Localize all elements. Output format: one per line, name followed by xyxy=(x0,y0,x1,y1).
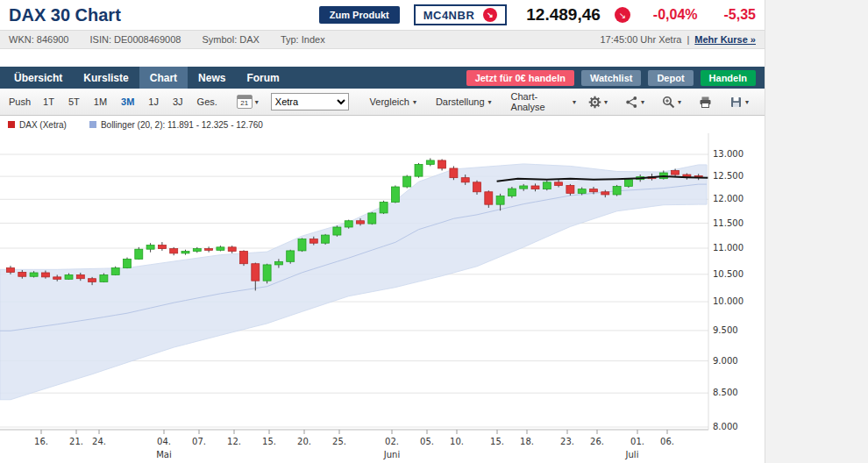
svg-text:15.: 15. xyxy=(262,437,276,446)
chevron-down-icon: ▾ xyxy=(255,98,259,106)
svg-text:10.: 10. xyxy=(450,437,464,446)
calendar-button[interactable]: 21 ▾ xyxy=(237,95,259,109)
trade-arrow-icon: ↘ xyxy=(483,8,497,22)
svg-text:13.000: 13.000 xyxy=(713,149,743,159)
svg-text:16.: 16. xyxy=(34,437,48,446)
info-bar: WKN: 846900 ISIN: DE0008469008 Symbol: D… xyxy=(0,30,765,49)
menu-darstellung[interactable]: Darstellung▾ xyxy=(436,91,492,112)
chevron-down-icon: ▾ xyxy=(573,98,576,106)
svg-text:25.: 25. xyxy=(332,437,346,446)
indicators-icon[interactable]: ▾ xyxy=(625,96,644,109)
period-3j[interactable]: 3J xyxy=(173,96,183,107)
svg-text:23.: 23. xyxy=(560,437,574,446)
svg-text:9.000: 9.000 xyxy=(713,356,738,366)
tab-kursliste[interactable]: Kursliste xyxy=(73,67,139,89)
handeln-button[interactable]: Handeln xyxy=(701,70,756,86)
svg-text:Mai: Mai xyxy=(156,450,172,459)
svg-text:21.: 21. xyxy=(69,437,83,446)
svg-text:8.000: 8.000 xyxy=(713,422,738,431)
exchange-select[interactable]: Xetra xyxy=(271,93,349,110)
page-title: DAX 30 Chart xyxy=(9,5,121,25)
chevron-down-icon: ▾ xyxy=(413,98,416,106)
wkn-label: WKN: 846900 xyxy=(9,34,68,45)
svg-text:9.500: 9.500 xyxy=(713,325,738,335)
period-5t[interactable]: 5T xyxy=(68,96,80,107)
svg-text:Juni: Juni xyxy=(383,450,400,459)
gear-icon[interactable]: ▾ xyxy=(588,96,608,109)
save-icon[interactable]: ▾ xyxy=(729,96,749,109)
svg-text:24.: 24. xyxy=(92,437,106,446)
legend-bollinger: Bollinger (20, 2): 11.891 - 12.325 - 12.… xyxy=(89,120,263,130)
svg-text:12.000: 12.000 xyxy=(713,194,743,203)
mehr-kurse-link[interactable]: Mehr Kurse » xyxy=(694,34,756,45)
page: DAX 30 Chart Zum Produkt MC4NBR ↘ 12.489… xyxy=(0,0,765,463)
typ-label: Typ: Index xyxy=(281,34,325,45)
svg-text:06.: 06. xyxy=(660,437,674,446)
svg-text:11.000: 11.000 xyxy=(713,243,743,253)
period-1j[interactable]: 1J xyxy=(148,96,159,107)
svg-text:01.: 01. xyxy=(630,437,644,446)
period-ges[interactable]: Ges. xyxy=(197,96,217,107)
chart-toolbar: Push 1T5T1M3M1J3JGes. 21 ▾ Xetra Verglei… xyxy=(0,89,765,116)
header-quote-area: Zum Produkt MC4NBR ↘ 12.489,46 ↘ -0,04% … xyxy=(319,4,756,25)
price-chart-svg: 13.00012.50012.00011.50011.00010.50010.0… xyxy=(0,133,765,463)
svg-text:04.: 04. xyxy=(157,437,171,446)
svg-text:26.: 26. xyxy=(590,437,604,446)
svg-text:10.000: 10.000 xyxy=(713,296,743,306)
svg-text:12.: 12. xyxy=(227,437,241,446)
svg-text:Juli: Juli xyxy=(625,450,639,459)
tab-forum[interactable]: Forum xyxy=(236,67,289,89)
period-3m[interactable]: 3M xyxy=(121,96,134,107)
quote-time: 17:45:00 Uhr Xetra xyxy=(600,34,681,45)
period-1t[interactable]: 1T xyxy=(43,96,54,107)
tab-chart[interactable]: Chart xyxy=(139,67,188,89)
tab-ubersicht[interactable]: Übersicht xyxy=(4,67,73,89)
bollinger-series-swatch xyxy=(89,121,96,128)
change-absolute: -5,35 xyxy=(724,7,756,23)
menu-vergleich[interactable]: Vergleich▾ xyxy=(370,91,416,112)
svg-text:05.: 05. xyxy=(420,437,434,446)
svg-text:15.: 15. xyxy=(490,437,504,446)
price-value: 12.489,46 xyxy=(526,5,601,25)
period-1m[interactable]: 1M xyxy=(94,96,107,107)
push-toggle[interactable]: Push xyxy=(9,96,31,107)
chevron-down-icon: ▾ xyxy=(641,98,644,106)
dax-series-swatch xyxy=(8,121,15,128)
menu-chart-analyse[interactable]: Chart-Analyse▾ xyxy=(511,91,576,112)
depot-button[interactable]: Depot xyxy=(648,70,693,86)
svg-text:11.500: 11.500 xyxy=(713,218,743,228)
chevron-down-icon: ▾ xyxy=(678,98,681,106)
svg-text:07.: 07. xyxy=(192,437,206,446)
chevron-down-icon: ▾ xyxy=(745,98,749,106)
svg-text:02.: 02. xyxy=(385,437,399,446)
header: DAX 30 Chart Zum Produkt MC4NBR ↘ 12.489… xyxy=(0,0,765,30)
chevron-down-icon: ▾ xyxy=(488,98,492,106)
cta-trade-button[interactable]: Jetzt für 0€ handeln xyxy=(466,70,574,86)
change-direction-icon: ↘ xyxy=(615,7,630,23)
watchlist-button[interactable]: Watchlist xyxy=(581,70,642,86)
chart-legend: DAX (Xetra) Bollinger (20, 2): 11.891 - … xyxy=(0,116,765,133)
price-chart[interactable]: 13.00012.50012.00011.50011.00010.50010.0… xyxy=(0,133,765,463)
svg-text:12.500: 12.500 xyxy=(713,171,743,181)
zum-produkt-button[interactable]: Zum Produkt xyxy=(319,6,400,24)
zoom-icon[interactable]: ▾ xyxy=(662,96,681,109)
print-icon[interactable] xyxy=(699,96,712,109)
svg-text:20.: 20. xyxy=(297,437,311,446)
svg-text:18.: 18. xyxy=(520,437,534,446)
product-code-button[interactable]: MC4NBR ↘ xyxy=(414,4,508,25)
legend-dax: DAX (Xetra) xyxy=(8,120,67,130)
svg-text:8.500: 8.500 xyxy=(713,388,738,397)
product-code-label: MC4NBR xyxy=(423,9,475,22)
symbol-label: Symbol: DAX xyxy=(202,34,259,45)
change-percent: -0,04% xyxy=(653,7,698,23)
separator: | xyxy=(687,34,689,45)
spacer xyxy=(0,49,765,67)
calendar-icon: 21 xyxy=(237,95,253,109)
tab-news[interactable]: News xyxy=(188,67,236,89)
main-nav: ÜbersichtKurslisteChartNewsForum Jetzt f… xyxy=(0,67,765,89)
isin-label: ISIN: DE0008469008 xyxy=(89,34,181,45)
svg-text:10.500: 10.500 xyxy=(713,269,743,279)
chevron-down-icon: ▾ xyxy=(604,98,608,106)
